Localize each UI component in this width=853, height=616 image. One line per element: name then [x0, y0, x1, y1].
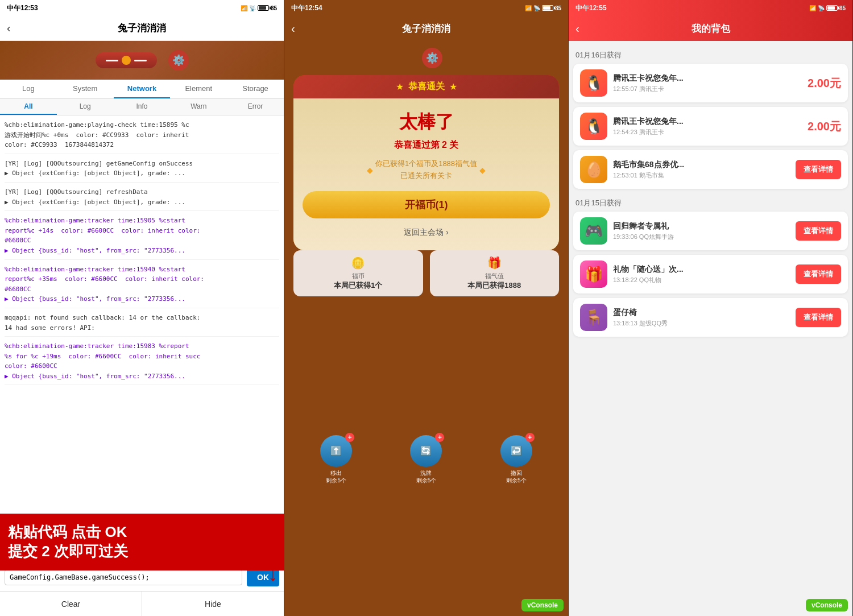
undo-icon: ↩️	[511, 445, 522, 456]
debug-log-area: %chb:elimination-game:playing-check time…	[0, 115, 284, 563]
undo-button[interactable]: ↩️ +	[500, 435, 532, 467]
status-bar-1: 中午12:53 📶 📡 85	[0, 0, 284, 16]
list-item: 🎮回归舞者专属礼19:33:06 QQ炫舞手游查看详情	[573, 212, 848, 250]
debug-tabs: Log System Network Element Storage	[0, 80, 284, 99]
app-header-2: ‹ 兔子消消消	[284, 16, 568, 41]
victory-stats: 🪙 福币 本局已获得1个 🎁 福气值 本局已获得1888	[284, 250, 568, 303]
reward-meta: 12:53:01 鹅毛市集	[613, 171, 790, 180]
line-icon	[106, 60, 118, 61]
reward-amount: 2.00元	[808, 119, 841, 134]
reward-info: 腾讯王卡祝您兔年...12:54:23 腾讯王卡	[613, 117, 802, 137]
signal-icon-3: 📶	[809, 5, 816, 11]
back-button-3[interactable]: ‹	[575, 22, 579, 35]
return-button[interactable]: 返回主会场 ›	[400, 224, 452, 241]
view-detail-button[interactable]: 查看详情	[796, 308, 841, 327]
diamond-icon-left: ◆	[367, 164, 373, 176]
app-title-3: 我的背包	[691, 22, 730, 35]
overlay-instruction: 粘贴代码 点击 OK 提交 2 次即可过关 ↓	[0, 514, 284, 570]
battery-level-3: 85	[839, 5, 846, 11]
console-input-field[interactable]	[5, 569, 242, 585]
log-entry: %chb:elimination-game:tracker time:15983…	[5, 341, 279, 385]
fuqi-icon: 🎁	[436, 256, 554, 270]
reward-icon: 🎮	[580, 217, 607, 245]
view-detail-button[interactable]: 查看详情	[796, 160, 841, 179]
status-icons-2: 📶 📡 85	[525, 5, 561, 11]
reward-name: 礼物「随心送」次...	[613, 264, 790, 275]
battery-icon	[258, 5, 269, 11]
fucoins-sublabel: 本局已获得1个	[299, 280, 417, 291]
date-section: 01月15日获得	[573, 193, 848, 212]
open-fucoins-button[interactable]: 开福币(1)	[303, 191, 550, 218]
panel-game-victory: 中午12:54 📶 📡 85 ‹ 兔子消消消 ⚙️ ★ 恭喜通关 ★ 太棒了 恭…	[284, 0, 569, 616]
game-banner-1: ⚙️	[0, 41, 284, 80]
list-item: 🥚鹅毛市集68点券优...12:53:01 鹅毛市集查看详情	[573, 150, 848, 189]
status-bar-3: 中午12:55 📶 📡 85	[569, 0, 852, 16]
stat-fucoins: 🪙 福币 本局已获得1个	[293, 250, 423, 296]
date-section: 01月16日获得	[573, 46, 848, 64]
overlay-line2: 提交 2 次即可过关	[8, 542, 276, 561]
reward-name: 腾讯王卡祝您兔年...	[613, 117, 802, 127]
signal-icon: 📶	[241, 5, 247, 11]
circle-icon	[122, 56, 131, 65]
game-top-bar: ⚙️	[284, 41, 568, 75]
reward-icon: 🪑	[580, 304, 607, 331]
action-shuffle: 🔄 + 洗牌剩余5个	[410, 435, 442, 484]
back-button-1[interactable]: ‹	[7, 22, 11, 35]
wifi-icon-3: 📡	[818, 5, 825, 11]
fucoins-icon: 🪙	[299, 256, 417, 270]
log-entry: mqqapi: not found such callback: 14 or t…	[5, 313, 279, 337]
list-item: 🐧腾讯王卡祝您兔年...12:55:07 腾讯王卡2.00元	[573, 64, 848, 102]
vconsole-button-3[interactable]: vConsole	[806, 599, 848, 611]
reward-text: ◆ 你已获得1个福币及1888福气值 已通关所有关卡 ◆	[367, 158, 486, 182]
move-out-button[interactable]: ⬆️ +	[320, 435, 352, 467]
subtab-error[interactable]: Error	[227, 99, 284, 115]
action-move-out: ⬆️ + 移出剩余5个	[320, 435, 352, 484]
star-left: ★	[396, 81, 404, 92]
gear-icon-2[interactable]: ⚙️	[422, 48, 442, 68]
reward-meta: 12:55:07 腾讯王卡	[613, 85, 802, 93]
list-item: 🐧腾讯王卡祝您兔年...12:54:23 腾讯王卡2.00元	[573, 107, 848, 146]
back-button-2[interactable]: ‹	[291, 22, 295, 35]
debug-footer: Clear Hide	[0, 591, 284, 616]
log-entry: %chb:elimination-game:tracker time:15905…	[5, 216, 279, 259]
app-header-3: ‹ 我的背包	[569, 16, 852, 41]
log-entry: [YR] [Log] [QQOutsourcing] getGameConfig…	[5, 159, 279, 183]
view-detail-button[interactable]: 查看详情	[796, 264, 841, 284]
line-icon-2	[134, 60, 147, 61]
debug-subtabs: All Log Info Warn Error	[0, 99, 284, 115]
stat-fuqi: 🎁 福气值 本局已获得1888	[430, 250, 560, 296]
battery-level: 85	[271, 5, 277, 11]
status-time-3: 中午12:55	[575, 3, 607, 13]
game-bottom-actions: ⬆️ + 移出剩余5个 🔄 + 洗牌剩余5个 ↩️ + 撤回剩余5个	[284, 303, 568, 616]
gear-icon[interactable]: ⚙️	[168, 50, 189, 71]
shuffle-button[interactable]: 🔄 +	[410, 435, 442, 467]
clear-button[interactable]: Clear	[0, 592, 142, 616]
oval-connect-btn	[96, 52, 157, 68]
subtab-all[interactable]: All	[0, 99, 57, 115]
tab-system[interactable]: System	[57, 80, 114, 98]
subtab-warn[interactable]: Warn	[170, 99, 227, 115]
victory-card: ★ 恭喜通关 ★ 太棒了 恭喜通过第 2 关 ◆ 你已获得1个福币及1888福气…	[293, 75, 559, 250]
move-out-icon: ⬆️	[330, 445, 342, 456]
view-detail-button[interactable]: 查看详情	[796, 221, 841, 241]
subtab-log[interactable]: Log	[57, 99, 114, 115]
victory-banner: ★ 恭喜通关 ★	[293, 75, 559, 98]
status-time-2: 中午12:54	[291, 3, 322, 13]
tab-network[interactable]: Network	[114, 80, 171, 98]
reward-info: 腾讯王卡祝您兔年...12:55:07 腾讯王卡	[613, 73, 802, 93]
subtab-info[interactable]: Info	[114, 99, 171, 115]
tab-storage[interactable]: Storage	[227, 80, 284, 98]
tab-log[interactable]: Log	[0, 80, 57, 98]
battery-icon-3	[826, 5, 838, 11]
hide-button[interactable]: Hide	[142, 592, 284, 616]
status-time-1: 中午12:53	[7, 3, 38, 13]
status-bar-2: 中午12:54 📶 📡 85	[284, 0, 568, 16]
main-title: 太棒了	[399, 110, 454, 135]
tab-element[interactable]: Element	[170, 80, 227, 98]
panel-debug: 中午12:53 📶 📡 85 ‹ 兔子消消消 ⚙️ Log System Net…	[0, 0, 284, 616]
vconsole-button-2[interactable]: vConsole	[521, 599, 564, 611]
backpack-body: 01月16日获得🐧腾讯王卡祝您兔年...12:55:07 腾讯王卡2.00元🐧腾…	[569, 41, 852, 616]
reward-name: 蛋仔椅	[613, 308, 790, 318]
wifi-icon-2: 📡	[533, 5, 540, 11]
app-header-1: ‹ 兔子消消消	[0, 16, 284, 41]
